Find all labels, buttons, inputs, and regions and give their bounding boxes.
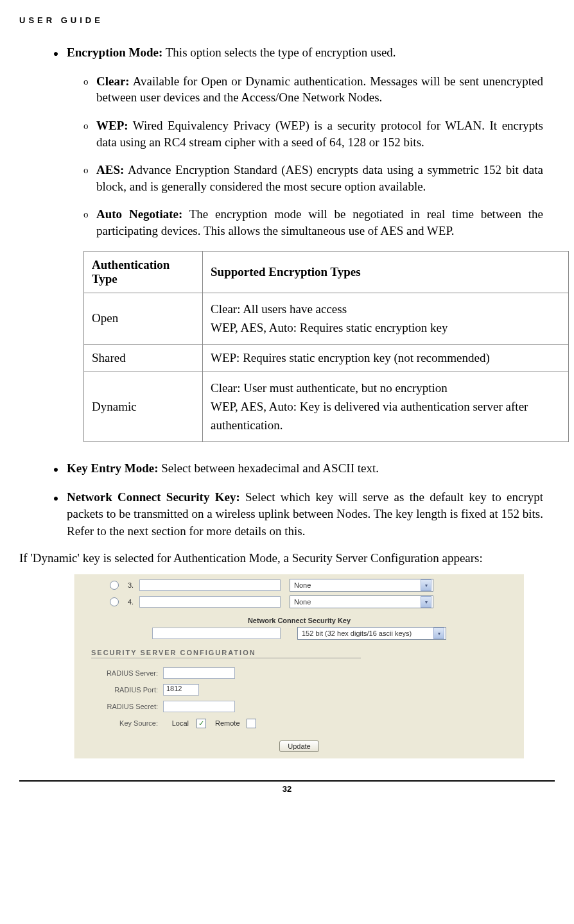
table-cell: Shared [84,344,203,372]
table-cell: WEP: Requires static encryption key (not… [203,344,569,372]
key-number: 4. [128,598,139,606]
nck-input[interactable] [152,628,281,639]
radio-key-4[interactable] [110,597,119,606]
chevron-down-icon: ▾ [421,596,431,608]
key-4-input[interactable] [139,596,281,608]
remote-checkbox[interactable] [247,719,256,728]
sub-marker: o [83,162,96,194]
local-label: Local [163,719,190,727]
security-server-header: SECURITY SERVER CONFIGURATION [91,649,361,658]
radius-server-label: RADIUS Server: [74,669,163,677]
aes-para: AES: Advance Encryption Standard (AES) e… [96,162,543,194]
key-3-type-select[interactable]: None ▾ [290,579,433,592]
radius-server-input[interactable] [163,667,235,679]
update-button[interactable]: Update [279,740,318,752]
key-number: 3. [128,581,139,589]
clear-para: Clear: Available for Open or Dynamic aut… [96,73,543,106]
table-cell: Clear: All users have access WEP, AES, A… [203,293,569,344]
page-number: 32 [0,784,574,794]
local-checkbox[interactable]: ✓ [196,719,206,728]
table-cell: Open [84,293,203,344]
table-header-types: Supported Encryption Types [203,251,569,293]
auto-para: Auto Negotiate: The encryption mode will… [96,206,543,239]
nck-title: Network Connect Security Key [74,617,524,624]
nck-para: Network Connect Security Key: Select whi… [67,489,543,540]
encryption-table: Authentication Type Supported Encryption… [83,251,569,442]
wep-para: WEP: Wired Equivalency Privacy (WEP) is … [96,117,543,150]
dynamic-note: If 'Dynamic' key is selected for Authent… [19,551,543,565]
key-3-input[interactable] [139,579,281,591]
sub-marker: o [83,206,96,239]
encryption-mode-para: Encryption Mode: This option selects the… [67,44,543,62]
footer-rule [19,780,555,782]
radius-secret-label: RADIUS Secret: [74,703,163,710]
table-cell: Clear: User must authenticate, but no en… [203,372,569,441]
radius-secret-input[interactable] [163,701,235,712]
key-4-type-select[interactable]: None ▾ [290,595,433,608]
remote-label: Remote [209,719,240,727]
sub-marker: o [83,73,96,106]
chevron-down-icon: ▾ [433,628,444,639]
radius-port-label: RADIUS Port: [74,686,163,694]
key-entry-para: Key Entry Mode: Select between hexadecim… [67,460,543,477]
bullet-icon: ● [45,460,67,477]
chevron-down-icon: ▾ [421,579,431,591]
bullet-icon: ● [45,44,67,62]
table-cell: Dynamic [84,372,203,441]
key-source-label: Key Source: [74,719,163,727]
table-header-auth: Authentication Type [84,251,203,293]
page-header: USER GUIDE [19,15,543,25]
nck-length-select[interactable]: 152 bit (32 hex digits/16 ascii keys) ▾ [297,627,446,640]
radius-port-input[interactable]: 1812 [163,684,199,696]
radio-key-3[interactable] [110,581,119,590]
sub-marker: o [83,117,96,150]
bullet-icon: ● [45,489,67,540]
config-screenshot: 3. None ▾ 4. None ▾ Network Connect Secu… [74,574,524,758]
